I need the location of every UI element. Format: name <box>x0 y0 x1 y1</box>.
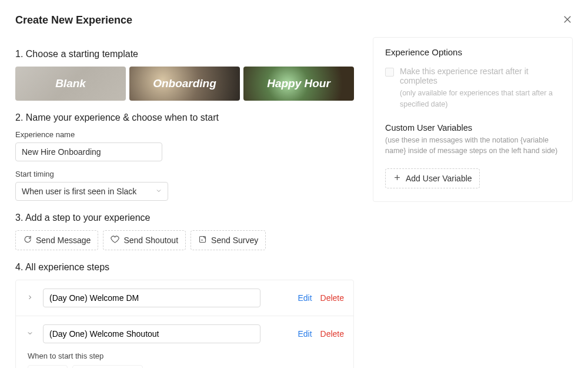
section-title-all-steps: 4. All experience steps <box>15 262 354 273</box>
start-timing-label: Start timing <box>15 170 354 178</box>
template-list: Blank Onboarding Happy Hour <box>15 67 354 101</box>
restart-checkbox <box>385 68 394 77</box>
chevron-right-icon <box>26 294 34 303</box>
section-title-name: 2. Name your experience & choose when to… <box>15 112 354 123</box>
step-name-input[interactable] <box>43 324 260 343</box>
timing-row: from the previous step <box>28 365 344 368</box>
send-survey-label: Send Survey <box>211 236 258 245</box>
delete-link[interactable]: Delete <box>320 329 344 339</box>
step-row: Edit Delete <box>16 280 353 316</box>
step-row: Edit Delete When to start this step <box>16 316 353 368</box>
step-head: Edit Delete <box>25 289 344 307</box>
step-actions: Edit Delete <box>298 293 344 303</box>
restart-checkbox-row: Make this experience restart after it co… <box>385 67 560 85</box>
collapse-button[interactable] <box>25 330 35 339</box>
send-message-button[interactable]: Send Message <box>15 230 98 250</box>
add-user-variable-button[interactable]: Add User Variable <box>385 168 480 188</box>
heart-icon <box>111 235 119 246</box>
timing-unit-select[interactable] <box>72 365 143 368</box>
template-label: Happy Hour <box>267 77 330 90</box>
step-head: Edit Delete <box>25 324 344 343</box>
custom-vars-title: Custom User Variables <box>385 123 560 132</box>
template-happy-hour[interactable]: Happy Hour <box>243 67 354 101</box>
steps-container: Edit Delete <box>15 280 354 368</box>
message-icon <box>23 235 32 246</box>
send-survey-button[interactable]: Send Survey <box>191 230 266 250</box>
restart-hint: (only available for experiences that sta… <box>385 88 560 110</box>
section-title-template: 1. Choose a starting template <box>15 49 354 59</box>
timing-unit-value <box>72 365 143 368</box>
add-user-variable-label: Add User Variable <box>406 174 472 183</box>
restart-checkbox-label: Make this experience restart after it co… <box>400 67 560 85</box>
chevron-down-icon <box>26 330 34 339</box>
edit-link[interactable]: Edit <box>298 293 312 303</box>
survey-icon <box>198 235 207 246</box>
timing-number-input[interactable] <box>28 365 68 368</box>
right-column: Experience Options Make this experience … <box>373 37 573 368</box>
modal-header: Create New Experience <box>0 0 588 37</box>
send-message-label: Send Message <box>36 236 91 245</box>
experience-name-input[interactable] <box>15 142 162 161</box>
experience-options-card: Experience Options Make this experience … <box>373 37 573 202</box>
send-shoutout-label: Send Shoutout <box>123 236 178 245</box>
edit-link[interactable]: Edit <box>298 329 312 339</box>
template-label: Blank <box>55 77 86 90</box>
add-step-buttons: Send Message Send Shoutout Send Survey <box>15 230 354 250</box>
plus-icon <box>393 173 402 184</box>
step-actions: Edit Delete <box>298 329 344 339</box>
template-blank[interactable]: Blank <box>15 67 126 101</box>
send-shoutout-button[interactable]: Send Shoutout <box>103 230 186 250</box>
create-experience-modal: Create New Experience 1. Choose a starti… <box>0 0 588 368</box>
step-body: When to start this step from the previou… <box>25 352 344 368</box>
expand-button[interactable] <box>25 294 35 303</box>
custom-vars-hint: (use these in messages with the notation… <box>385 135 560 157</box>
close-button[interactable] <box>560 12 575 29</box>
start-timing-value: When user is first seen in Slack <box>15 182 168 201</box>
experience-name-label: Experience name <box>15 130 354 139</box>
close-icon <box>562 18 573 26</box>
modal-body: 1. Choose a starting template Blank Onbo… <box>0 37 588 368</box>
step-name-input[interactable] <box>43 289 260 307</box>
template-label: Onboarding <box>153 77 216 90</box>
when-to-start-label: When to start this step <box>28 352 344 360</box>
section-title-add-step: 3. Add a step to your experience <box>15 213 354 223</box>
start-timing-select[interactable]: When user is first seen in Slack <box>15 182 168 201</box>
template-onboarding[interactable]: Onboarding <box>129 67 240 101</box>
delete-link[interactable]: Delete <box>320 293 344 303</box>
modal-title: Create New Experience <box>15 14 132 26</box>
left-column: 1. Choose a starting template Blank Onbo… <box>15 37 354 368</box>
experience-options-title: Experience Options <box>385 47 560 57</box>
